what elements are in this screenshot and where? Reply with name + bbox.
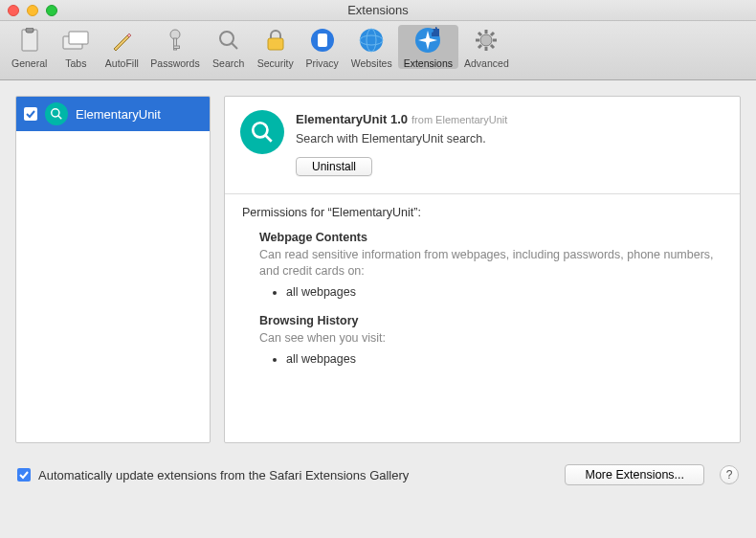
tab-label: Search (212, 57, 244, 69)
svg-point-12 (360, 29, 383, 52)
general-icon (12, 25, 47, 56)
tab-general[interactable]: General (6, 25, 53, 69)
extension-title: ElementaryUnit 1.0from ElementaryUnit (296, 112, 507, 126)
tab-websites[interactable]: Websites (345, 25, 398, 69)
detail-header-text: ElementaryUnit 1.0from ElementaryUnit Se… (296, 110, 507, 176)
content-area: ElementaryUnit ElementaryUnit 1.0from El… (0, 80, 756, 459)
tab-label: Tabs (65, 57, 86, 69)
footer: Automatically update extensions from the… (0, 459, 756, 491)
help-button[interactable]: ? (720, 465, 739, 484)
permission-group-webpage-contents: Webpage Contents Can read sensitive info… (259, 231, 723, 299)
tab-autofill[interactable]: AutoFill (99, 25, 145, 69)
tab-advanced[interactable]: Advanced (458, 25, 515, 69)
tab-label: Security (257, 57, 294, 69)
tabs-icon (58, 25, 93, 56)
svg-point-17 (480, 34, 492, 46)
extension-enabled-checkbox[interactable] (24, 107, 37, 121)
svg-rect-6 (174, 46, 180, 49)
extensions-icon (411, 25, 445, 56)
tab-passwords[interactable]: Passwords (145, 25, 205, 69)
auto-update-checkbox[interactable] (17, 468, 31, 482)
tab-label: Advanced (464, 57, 509, 69)
auto-update-label: Automatically update extensions from the… (38, 468, 557, 482)
tab-label: Passwords (150, 57, 199, 69)
permission-name: Browsing History (259, 314, 723, 327)
extension-icon (45, 102, 68, 125)
svg-rect-11 (318, 34, 327, 47)
svg-rect-1 (26, 28, 33, 33)
svg-line-23 (491, 45, 494, 48)
preferences-toolbar: General Tabs AutoFill Passwords Search S… (0, 21, 756, 80)
svg-point-26 (52, 109, 59, 117)
tab-label: Websites (351, 57, 392, 69)
tab-label: AutoFill (105, 57, 139, 69)
privacy-icon (305, 25, 340, 56)
svg-line-29 (265, 135, 272, 142)
svg-rect-3 (69, 32, 88, 44)
extension-from: from ElementaryUnit (411, 114, 507, 125)
extension-large-icon (240, 110, 284, 154)
permission-name: Webpage Contents (259, 231, 723, 244)
window-title: Extensions (0, 3, 756, 17)
tab-security[interactable]: Security (252, 25, 300, 69)
title-bar: Extensions (0, 0, 756, 21)
permissions-heading: Permissions for “ElementaryUnit”: (242, 206, 723, 219)
autofill-icon (104, 25, 139, 56)
tab-privacy[interactable]: Privacy (300, 25, 345, 69)
security-icon (258, 25, 293, 56)
tab-extensions[interactable]: Extensions (398, 25, 458, 69)
svg-line-25 (491, 33, 494, 35)
svg-point-7 (220, 32, 233, 45)
uninstall-button[interactable]: Uninstall (296, 157, 372, 176)
extension-description: Search with ElementaryUnit search. (296, 132, 507, 146)
permission-item: all webpages (286, 352, 723, 366)
svg-line-8 (232, 43, 237, 49)
permission-desc: Can see when you visit: (259, 330, 723, 347)
tab-tabs[interactable]: Tabs (53, 25, 99, 69)
permission-group-browsing-history: Browsing History Can see when you visit:… (259, 314, 723, 366)
permission-item: all webpages (286, 285, 723, 299)
tab-search[interactable]: Search (206, 25, 252, 69)
svg-line-24 (478, 45, 481, 48)
svg-line-27 (58, 116, 62, 120)
permission-desc: Can read sensitive information from webp… (259, 247, 723, 280)
more-extensions-button[interactable]: More Extensions... (565, 464, 704, 485)
extension-name-version: ElementaryUnit 1.0 (296, 112, 408, 126)
svg-point-28 (253, 123, 267, 137)
extensions-sidebar: ElementaryUnit (15, 96, 211, 443)
tab-label: Privacy (305, 57, 338, 69)
tab-label: Extensions (404, 57, 453, 69)
sidebar-item-elementaryunit[interactable]: ElementaryUnit (16, 97, 210, 131)
passwords-icon (158, 25, 192, 56)
extension-name: ElementaryUnit (76, 107, 161, 122)
svg-rect-9 (268, 38, 283, 50)
tab-label: General (11, 57, 47, 69)
websites-icon (354, 25, 389, 56)
advanced-icon (469, 25, 503, 56)
detail-header: ElementaryUnit 1.0from ElementaryUnit Se… (225, 97, 740, 193)
svg-line-22 (478, 33, 481, 35)
extension-detail-pane: ElementaryUnit 1.0from ElementaryUnit Se… (224, 96, 741, 443)
permissions-section: Permissions for “ElementaryUnit”: Webpag… (225, 194, 740, 392)
search-icon (211, 25, 246, 56)
